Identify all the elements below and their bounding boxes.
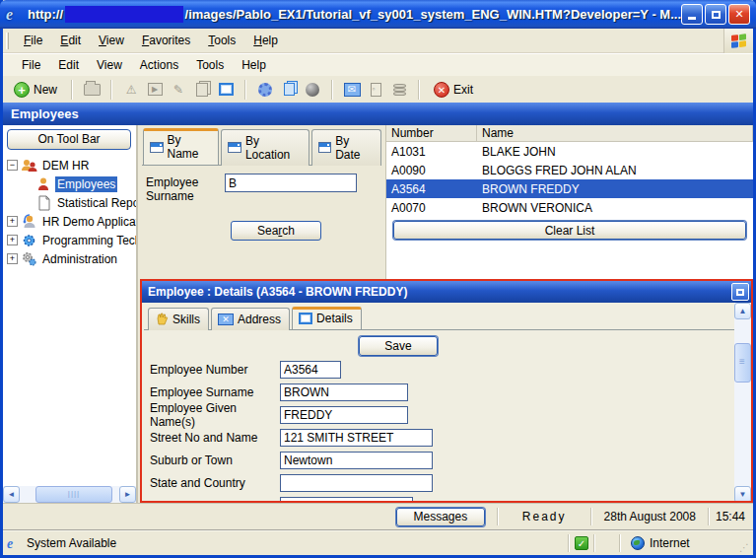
surname-label: Employee Surname	[146, 174, 225, 203]
suburb-input[interactable]	[280, 452, 433, 469]
tree-item-label[interactable]: Employees	[55, 176, 117, 192]
paste-icon	[196, 83, 208, 97]
blue-square-icon	[219, 83, 234, 96]
tree-item-programming[interactable]: + Programming Techn	[7, 231, 136, 249]
scroll-left-icon[interactable]: ◄	[3, 486, 20, 503]
expand-icon[interactable]: +	[7, 216, 18, 227]
tab-address[interactable]: ✕ Address	[211, 308, 290, 330]
copy-pages-button[interactable]	[279, 81, 299, 99]
app-menu-view[interactable]: View	[88, 55, 131, 75]
warning-button[interactable]: ⚠	[121, 81, 141, 99]
tab-by-name[interactable]: By Name	[143, 128, 219, 165]
maximize-button[interactable]	[705, 4, 726, 25]
surname-input[interactable]	[225, 174, 357, 192]
scrollbar-thumb[interactable]	[35, 486, 112, 503]
tree-item-label[interactable]: Administration	[40, 251, 119, 267]
expand-icon[interactable]: +	[7, 253, 18, 264]
collapse-icon[interactable]: −	[7, 160, 18, 171]
minimize-button[interactable]	[681, 4, 703, 25]
app-menu-edit[interactable]: Edit	[49, 55, 88, 75]
status-time: 15:44	[710, 510, 751, 523]
blank-form-button[interactable]	[216, 81, 236, 99]
tab-by-location[interactable]: By Location	[221, 129, 309, 166]
document-icon	[35, 195, 52, 211]
tab-by-date[interactable]: By Date	[311, 129, 381, 166]
table-row[interactable]: A0070 BROWN VERONICA	[386, 198, 753, 217]
on-tool-bar-button[interactable]: On Tool Bar	[7, 129, 131, 150]
details-title-bar[interactable]: Employee : Details (A3564 - BROWN FREDDY…	[142, 281, 751, 303]
redacted-host-block	[65, 6, 182, 23]
tree-item-employees[interactable]: Employees	[7, 174, 136, 193]
search-button[interactable]: Search	[231, 221, 321, 241]
scrollbar-thumb[interactable]	[734, 343, 751, 383]
report-button[interactable]	[366, 81, 385, 99]
details-body: Skills ✕ Address Details Save Employ	[142, 303, 751, 503]
settings-button[interactable]	[255, 81, 275, 99]
street-input[interactable]	[280, 429, 433, 447]
tree-item-label[interactable]: Statistical Repo	[55, 195, 138, 211]
table-row[interactable]: A0090 BLOGGS FRED JOHN ALAN	[386, 161, 753, 179]
edit-button[interactable]: ✎	[169, 81, 188, 99]
run-button[interactable]: ▶	[145, 81, 165, 99]
details-vertical-scrollbar[interactable]: ▲ ▼	[734, 303, 751, 503]
employee-surname-input[interactable]	[280, 384, 408, 401]
tab-details[interactable]: Details	[292, 307, 362, 329]
app-menu-file[interactable]: File	[13, 55, 49, 75]
browser-window: e http:// /images/Pablo_EX1/Tutorial_vf_…	[0, 0, 756, 558]
database-button[interactable]	[389, 81, 409, 99]
app-menu-actions[interactable]: Actions	[131, 55, 187, 75]
open-folder-button[interactable]	[82, 81, 102, 99]
tree-item-dem-hr[interactable]: − DEM HR	[7, 156, 136, 174]
save-button[interactable]: Save	[359, 336, 438, 356]
column-header-number[interactable]: Number	[386, 125, 477, 141]
browser-menu-edit[interactable]: Edit	[51, 31, 90, 50]
paste-button[interactable]	[192, 81, 212, 99]
browser-menu-favorites[interactable]: Favorites	[133, 31, 199, 50]
tree-item-hr-demo[interactable]: + HR Demo Applicatio	[7, 212, 136, 231]
resize-grip-icon[interactable]: ⋰	[739, 542, 749, 555]
app-status-bar: Messages Ready 28th August 2008 15:44	[3, 503, 753, 529]
globe-sphere-button[interactable]	[303, 81, 322, 99]
given-names-input[interactable]	[280, 406, 408, 424]
toolbar-separator	[244, 80, 246, 100]
browser-menu-help[interactable]: Help	[244, 31, 287, 50]
expand-icon[interactable]: +	[7, 235, 18, 245]
browser-menu-view[interactable]: View	[90, 31, 133, 50]
employee-number-input[interactable]	[280, 361, 341, 379]
table-row[interactable]: A1031 BLAKE JOHN	[386, 142, 753, 161]
main-area: On Tool Bar − DEM HR Employees Statistic…	[3, 125, 753, 503]
column-header-name[interactable]: Name	[477, 125, 753, 141]
toolbar-grip	[6, 33, 9, 49]
tree-item-label[interactable]: HR Demo Applicatio	[40, 214, 138, 230]
state-country-input[interactable]	[280, 474, 433, 492]
mail-button[interactable]: ✉	[342, 81, 362, 99]
internet-explorer-icon: e	[6, 6, 24, 24]
table-row-selected[interactable]: A3564 BROWN FREDDY	[386, 179, 753, 198]
app-menu-tools[interactable]: Tools	[187, 55, 233, 75]
scroll-right-icon[interactable]: ►	[119, 486, 136, 503]
details-maximize-button[interactable]	[731, 283, 749, 301]
copy-pages-icon	[284, 83, 295, 96]
app-menu-help[interactable]: Help	[233, 55, 275, 75]
messages-button[interactable]: Messages	[396, 508, 485, 526]
maximize-icon	[712, 11, 721, 19]
sidebar-horizontal-scrollbar[interactable]: ◄ ►	[3, 486, 136, 503]
scroll-down-icon[interactable]: ▼	[734, 486, 751, 503]
tree-item-label[interactable]: DEM HR	[40, 158, 91, 174]
tree-item-statistical-reports[interactable]: Statistical Repo	[7, 193, 136, 212]
browser-menu-file[interactable]: File	[15, 31, 51, 50]
close-button[interactable]: ✕	[728, 4, 750, 25]
tree-item-administration[interactable]: + Administration	[7, 249, 136, 268]
browser-menu-tools[interactable]: Tools	[199, 31, 244, 50]
tree-item-label[interactable]: Programming Techn	[40, 233, 138, 248]
browser-status-bar: e System Available ✓ Internet ⋰	[3, 529, 753, 555]
search-tabs: By Name By Location By Date	[140, 125, 383, 165]
scroll-up-icon[interactable]: ▲	[734, 303, 751, 319]
person-icon	[35, 176, 52, 192]
field-label-street: Street No and Name	[150, 431, 280, 445]
exit-button[interactable]: ✕ Exit	[429, 80, 478, 100]
clear-list-button[interactable]: Clear List	[393, 221, 746, 240]
new-button[interactable]: + New	[9, 80, 62, 100]
tab-skills[interactable]: Skills	[148, 308, 209, 330]
title-bar[interactable]: e http:// /images/Pablo_EX1/Tutorial_vf_…	[0, 0, 756, 29]
